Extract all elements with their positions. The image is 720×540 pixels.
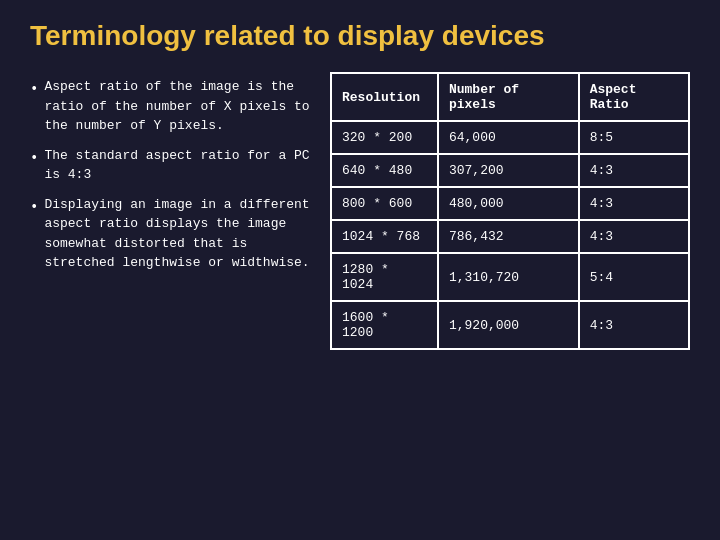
table-cell-0-0: 320 * 200 xyxy=(331,121,438,154)
table-cell-1-2: 4:3 xyxy=(579,154,689,187)
slide: Terminology related to display devices •… xyxy=(0,0,720,540)
table-cell-2-1: 480,000 xyxy=(438,187,579,220)
table-cell-3-0: 1024 * 768 xyxy=(331,220,438,253)
table-cell-2-0: 800 * 600 xyxy=(331,187,438,220)
table-cell-0-1: 64,000 xyxy=(438,121,579,154)
table-cell-5-2: 4:3 xyxy=(579,301,689,349)
col-header-resolution: Resolution xyxy=(331,73,438,121)
bullet-dot-1: • xyxy=(30,79,38,100)
table-header-row: Resolution Number of pixels Aspect Ratio xyxy=(331,73,689,121)
table-row: 1600 * 12001,920,0004:3 xyxy=(331,301,689,349)
table-cell-1-0: 640 * 480 xyxy=(331,154,438,187)
bullet-list: • Aspect ratio of the image is the ratio… xyxy=(30,72,310,520)
table-row: 1280 * 10241,310,7205:4 xyxy=(331,253,689,301)
table-row: 800 * 600480,0004:3 xyxy=(331,187,689,220)
table-cell-4-2: 5:4 xyxy=(579,253,689,301)
bullet-dot-2: • xyxy=(30,148,38,169)
table-cell-4-0: 1280 * 1024 xyxy=(331,253,438,301)
bullet-text-2: The standard aspect ratio for a PC is 4:… xyxy=(44,146,310,185)
bullet-dot-3: • xyxy=(30,197,38,218)
bullet-item-2: • The standard aspect ratio for a PC is … xyxy=(30,146,310,185)
bullet-item-1: • Aspect ratio of the image is the ratio… xyxy=(30,77,310,136)
table-cell-3-1: 786,432 xyxy=(438,220,579,253)
bullet-item-3: • Displaying an image in a different asp… xyxy=(30,195,310,273)
table-cell-3-2: 4:3 xyxy=(579,220,689,253)
table-row: 320 * 20064,0008:5 xyxy=(331,121,689,154)
table-cell-4-1: 1,310,720 xyxy=(438,253,579,301)
table-cell-5-1: 1,920,000 xyxy=(438,301,579,349)
bullet-text-1: Aspect ratio of the image is the ratio o… xyxy=(44,77,310,136)
bullet-text-3: Displaying an image in a different aspec… xyxy=(44,195,310,273)
table-row: 1024 * 768786,4324:3 xyxy=(331,220,689,253)
table-cell-2-2: 4:3 xyxy=(579,187,689,220)
resolution-table: Resolution Number of pixels Aspect Ratio… xyxy=(330,72,690,350)
col-header-pixels: Number of pixels xyxy=(438,73,579,121)
data-table-container: Resolution Number of pixels Aspect Ratio… xyxy=(330,72,690,520)
slide-title: Terminology related to display devices xyxy=(30,20,690,52)
table-row: 640 * 480307,2004:3 xyxy=(331,154,689,187)
table-cell-1-1: 307,200 xyxy=(438,154,579,187)
content-area: • Aspect ratio of the image is the ratio… xyxy=(30,72,690,520)
table-cell-0-2: 8:5 xyxy=(579,121,689,154)
table-cell-5-0: 1600 * 1200 xyxy=(331,301,438,349)
col-header-aspect: Aspect Ratio xyxy=(579,73,689,121)
